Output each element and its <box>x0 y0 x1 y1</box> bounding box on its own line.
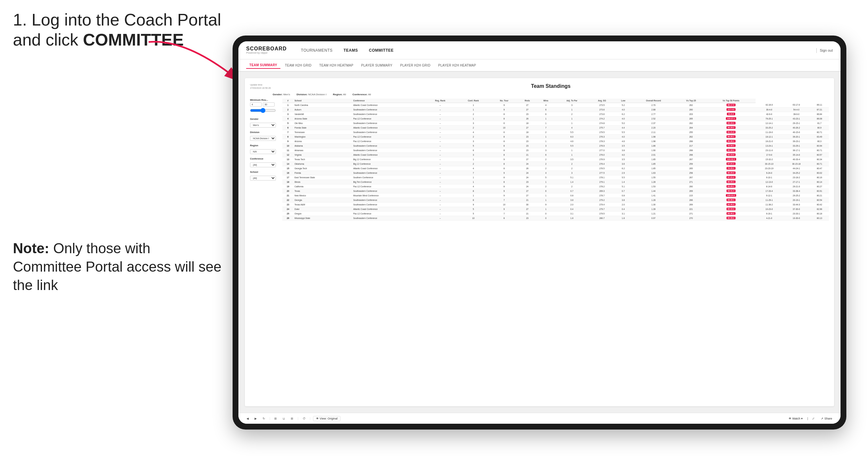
toolbar-grid[interactable]: ⊞ <box>289 416 295 421</box>
table-cell: 3.8 <box>555 198 589 202</box>
table-cell: 279.7 <box>589 207 615 211</box>
table-cell: 33-44-3 <box>783 202 810 207</box>
table-cell: 4.0 <box>615 116 631 121</box>
table-cell: 80.71 <box>810 161 829 166</box>
table-cell: 11-19-0 <box>755 130 783 134</box>
sub-nav-player-summary[interactable]: PLAYER SUMMARY <box>358 62 396 68</box>
table-cell: Atlantic Coast Conference <box>352 152 424 157</box>
sub-nav-player-h2h-heatmap[interactable]: PLAYER H2H HEATMAP <box>435 62 479 68</box>
table-cell: 18-12-1 <box>755 134 783 139</box>
table-cell: 23 <box>518 139 536 144</box>
rank-badge: 83-25-1 <box>726 185 736 188</box>
table-cell: 44-24-1 <box>783 166 810 170</box>
table-cell: 262 <box>676 134 707 139</box>
rank-badge: 60-39-2 <box>726 217 736 219</box>
rank-badge: 109-24-2 <box>726 194 736 197</box>
conference-select[interactable]: (All) <box>250 162 276 167</box>
table-row: 19CaliforniaPac-12 Conference–482422278.… <box>282 184 829 189</box>
table-cell: 81.7 <box>810 121 829 125</box>
sub-nav-team-h2h-grid[interactable]: TEAM H2H GRID <box>282 62 315 68</box>
sign-out-button[interactable]: Sign out <box>820 49 833 52</box>
school-filter-group: School (All) <box>250 170 279 181</box>
update-time: Update time: 27/03/2024 16:56:26 <box>250 83 273 90</box>
table-cell: 1 <box>537 180 555 184</box>
toolbar-sep2: | <box>298 417 298 420</box>
table-cell: – <box>424 175 456 180</box>
min-rounds-slider[interactable] <box>250 108 276 113</box>
division-select[interactable]: NCAA Division I <box>250 136 276 141</box>
col-vs-top-25: Vs Top 25 <box>676 98 707 103</box>
col-wins: Wins <box>537 98 555 103</box>
toolbar-bookmark[interactable]: ⊞ <box>273 416 278 421</box>
table-cell: 1 <box>555 152 589 157</box>
table-cell: Tennessee <box>293 130 352 134</box>
table-cell: 4 <box>537 170 555 175</box>
min-rounds-label: Minimum Rou... <box>250 98 279 101</box>
table-cell: 23 <box>518 144 536 148</box>
toolbar-refresh[interactable]: ↻ <box>261 416 267 421</box>
nav-tournaments[interactable]: TOURNAMENTS <box>297 46 337 55</box>
table-cell: 2 <box>282 107 293 112</box>
toolbar-share-small[interactable]: ⊔ <box>281 416 286 421</box>
min-rounds-input1[interactable] <box>250 102 262 106</box>
sub-nav-team-summary[interactable]: TEAM SUMMARY <box>246 62 280 69</box>
table-cell: 8 <box>490 166 518 170</box>
step-number: 1. <box>13 10 27 29</box>
toolbar-forward[interactable]: ▶ <box>253 416 258 421</box>
view-original-button[interactable]: 👁 View: Original <box>313 416 340 421</box>
standings-table: # School Conference Reg. Rank Conf. Rank… <box>282 98 829 221</box>
table-cell: 5 <box>456 207 490 211</box>
table-cell: 8 <box>490 139 518 144</box>
card-header: Update time: 27/03/2024 16:56:26 Team St… <box>250 83 829 90</box>
table-cell: 80.18 <box>810 211 829 216</box>
school-select[interactable]: (All) <box>250 176 276 181</box>
table-cell: 23 <box>518 180 536 184</box>
region-select[interactable]: N/A <box>250 149 276 154</box>
table-cell: – <box>424 148 456 152</box>
table-cell: 5.2 <box>615 103 631 107</box>
gender-select[interactable]: Men's Women's <box>250 123 276 128</box>
table-row: 18IllinoisBig Ten Conference–182311.4279… <box>282 180 829 184</box>
table-cell: 1.4 <box>615 180 631 184</box>
table-cell: 3 <box>537 148 555 152</box>
table-cell: – <box>424 161 456 166</box>
min-rounds-input2[interactable] <box>263 102 275 106</box>
table-cell: 2 <box>456 112 490 116</box>
table-cell: 3.8 <box>615 148 631 152</box>
table-cell: East Tennessee State <box>293 175 352 180</box>
nav-committee[interactable]: COMMITTEE <box>364 46 398 55</box>
toolbar-back[interactable]: ◀ <box>245 416 250 421</box>
table-cell: 0.8 <box>555 193 589 198</box>
table-cell: 279.5 <box>589 130 615 134</box>
sub-nav-player-h2h-grid[interactable]: PLAYER H2H GRID <box>397 62 434 68</box>
table-cell: 3 <box>555 170 589 175</box>
table-row: 26Mississippi StateSoutheastern Conferen… <box>282 216 829 220</box>
rank-badge: 59-39-1 <box>726 198 736 201</box>
nav-teams[interactable]: TEAMS <box>339 46 363 55</box>
toolbar-clock[interactable]: ⏱ <box>301 416 307 421</box>
table-cell: 5.5 <box>555 144 589 148</box>
share-button[interactable]: ↗ Share <box>819 416 834 421</box>
table-cell: 3 <box>456 152 490 157</box>
table-cell: – <box>424 125 456 130</box>
table-cell: 3 <box>456 121 490 125</box>
table-cell: 17-9-0 <box>755 152 783 157</box>
toolbar-expand[interactable]: ⤢ <box>810 416 816 421</box>
table-cell: 6 <box>490 121 518 125</box>
table-row: 21New MexicoMountain West Conference–192… <box>282 193 829 198</box>
table-cell: 72-30-1 <box>707 144 755 148</box>
table-row: 22GeorgiaSoutheastern Conference–872113.… <box>282 198 829 202</box>
watch-button[interactable]: 👁 Watch ▾ <box>786 416 805 421</box>
table-cell: 9 <box>490 189 518 193</box>
table-cell: 29-25-2 <box>783 193 810 198</box>
table-cell: 9-24-0 <box>755 170 783 175</box>
table-cell: 24 <box>518 184 536 189</box>
table-cell: 9 <box>456 202 490 207</box>
table-cell: Southeastern Conference <box>352 198 424 202</box>
table-cell: Pac-12 Conference <box>352 211 424 216</box>
sub-nav-team-h2h-heatmap[interactable]: TEAM H2H HEATMAP <box>316 62 356 68</box>
table-cell: 18 <box>518 121 536 125</box>
table-cell: 9-12-1 <box>755 193 783 198</box>
table-cell: 8 <box>490 184 518 189</box>
table-cell: 61-21-0 <box>707 130 755 134</box>
